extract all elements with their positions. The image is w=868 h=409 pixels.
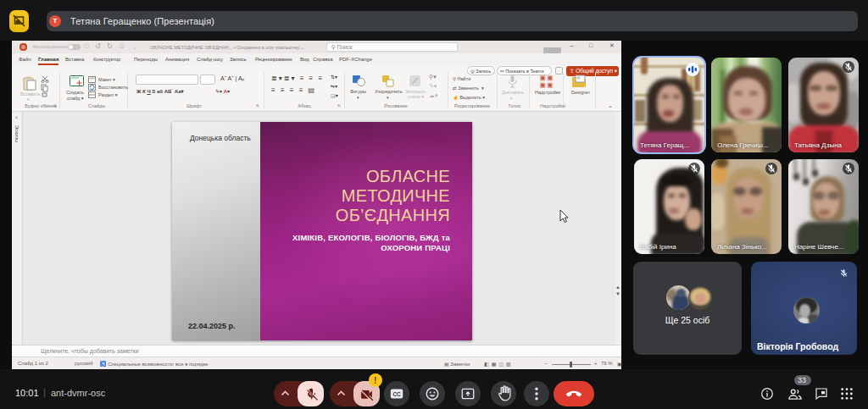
svg-text:CC: CC [392, 391, 401, 397]
